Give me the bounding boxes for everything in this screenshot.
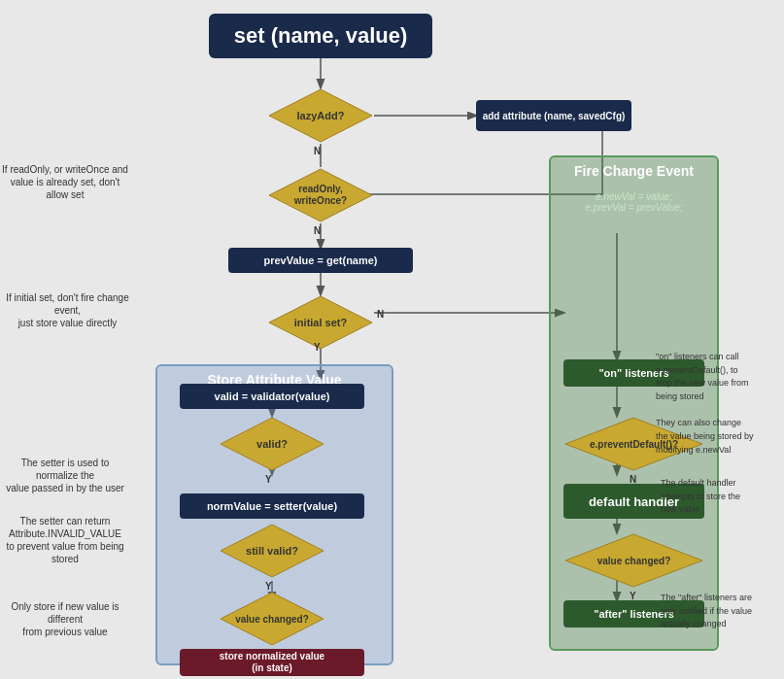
- lazyadd-n-label: N: [314, 146, 321, 156]
- store-normalized-label: store normalized value (in state): [220, 651, 324, 674]
- annotation-onlisteners: "on" listeners can call e.preventDefault…: [656, 350, 782, 457]
- prevvalue-box: prevValue = get(name): [228, 248, 413, 273]
- prevvalue-label: prevValue = get(name): [263, 255, 377, 266]
- fire-change-code: e.newVal = value; e.prevVal = prevValue;: [551, 181, 717, 217]
- readonly-diamond: readOnly, writeOnce?: [267, 167, 374, 223]
- annotation-afterlisteners: The "after" listeners are only notified …: [661, 591, 782, 630]
- stillvalid-label: still valid?: [246, 545, 298, 557]
- stillvalid-diamond: still valid?: [219, 523, 325, 579]
- add-attribute-box: add attribute (name, savedCfg): [476, 100, 631, 131]
- valuechanged-right-label: value changed?: [597, 556, 671, 566]
- valuechanged-left-label: value changed?: [235, 614, 309, 625]
- valuechanged-left-diamond: value changed?: [219, 591, 325, 647]
- diagram-container: set (name, value) lazyAdd? N add attribu…: [0, 0, 784, 679]
- fire-change-title: Fire Change Event: [551, 157, 717, 181]
- lazyadd-label: lazyAdd?: [267, 87, 374, 144]
- valid-diamond: valid?: [219, 416, 325, 472]
- valid-diamond-label: valid?: [256, 438, 288, 450]
- readonly-n-label: N: [314, 225, 321, 236]
- annotation-readonly: If readOnly, or writeOnce and value is a…: [2, 163, 128, 201]
- annotation-initialset: If initial set, don't fire change event,…: [2, 291, 133, 329]
- normvalue-label: normValue = setter(value): [207, 500, 337, 512]
- initialset-y-label: Y: [314, 342, 321, 353]
- initialset-diamond: initial set?: [267, 294, 374, 351]
- lazyadd-diamond: lazyAdd?: [267, 87, 374, 144]
- valid-validator-box: valid = validator(value): [180, 384, 364, 409]
- title-label: set (name, value): [234, 23, 408, 49]
- annotation-setter2: The setter can return Attribute.INVALID_…: [2, 515, 128, 565]
- readonly-label: readOnly, writeOnce?: [294, 184, 347, 207]
- normvalue-box: normValue = setter(value): [180, 493, 364, 519]
- initialset-n-label: N: [377, 309, 384, 320]
- valuechanged-right-diamond: value changed?: [563, 532, 704, 589]
- valid-validator-label: valid = validator(value): [215, 390, 330, 402]
- title-box: set (name, value): [209, 14, 432, 58]
- initialset-label: initial set?: [294, 317, 347, 328]
- store-normalized-box: store normalized value (in state): [180, 649, 364, 676]
- valid-y-label: Y: [265, 474, 272, 485]
- annotation-defaulthandler: The default handler attempts to store th…: [661, 476, 782, 516]
- annotation-setter: The setter is used to normalize the valu…: [2, 457, 128, 494]
- annotation-onlystore: Only store if new value is different fro…: [2, 600, 128, 638]
- add-attribute-label: add attribute (name, savedCfg): [483, 111, 626, 121]
